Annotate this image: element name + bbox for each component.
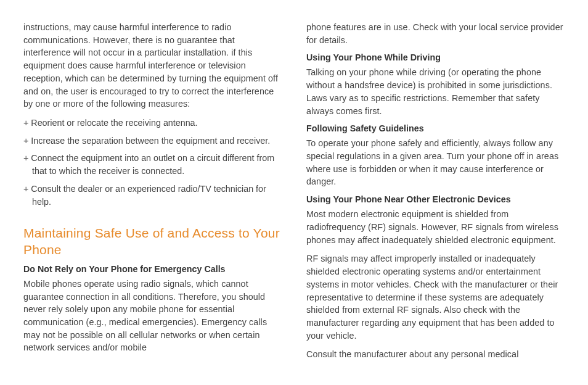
electronics-body-2: RF signals may affect improperly install… — [306, 252, 565, 342]
bullet-item: Consult the dealer or an experienced rad… — [23, 183, 282, 208]
driving-body: Talking on your phone while driving (or … — [306, 66, 565, 117]
continuation-paragraph: phone features are in use. Check with yo… — [306, 21, 565, 46]
safety-body: To operate your phone safely and efficie… — [306, 137, 565, 188]
electronics-body-3: Consult the manufacturer about any perso… — [306, 348, 565, 361]
subheading-emergency: Do Not Rely on Your Phone for Emergency … — [23, 264, 282, 274]
right-column: phone features are in use. Check with yo… — [306, 21, 565, 385]
section-heading-maintaining: Maintaining Safe Use of and Access to Yo… — [23, 225, 282, 258]
bullet-item: Connect the equipment into an outlet on … — [23, 152, 282, 177]
electronics-body-1: Most modern electronic equipment is shie… — [306, 208, 565, 246]
subheading-driving: Using Your Phone While Driving — [306, 52, 565, 62]
intro-paragraph: instructions, may cause harmful interfer… — [23, 21, 282, 110]
bullet-item: Increase the separation between the equi… — [23, 135, 282, 147]
bullet-item: Reorient or relocate the receiving anten… — [23, 117, 282, 130]
subheading-electronics: Using Your Phone Near Other Electronic D… — [306, 194, 565, 204]
emergency-body: Mobile phones operate using radio signal… — [23, 278, 282, 354]
subheading-safety: Following Safety Guidelines — [306, 123, 565, 133]
left-column: instructions, may cause harmful interfer… — [23, 21, 282, 385]
